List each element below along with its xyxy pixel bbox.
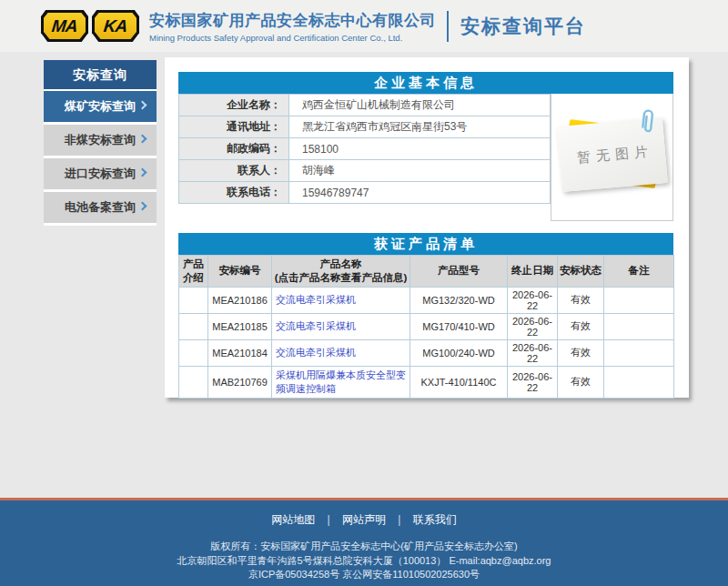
cell-name: 交流电牵引采煤机 <box>272 313 410 339</box>
page-footer: 网站地图 | 网站声明 | 联系我们 版权所有：安标国家矿用产品安全标志中心(矿… <box>0 500 728 586</box>
cell-code: MEA210186 <box>208 287 272 313</box>
cell-name: 交流电牵引采煤机 <box>272 339 410 366</box>
field-value-postcode: 158100 <box>289 138 551 160</box>
cell-end-date: 2026-06-22 <box>508 313 558 339</box>
table-row: 联系人： 胡海峰 <box>179 160 551 182</box>
footer-icp-line: 京ICP备05034258号 京公网安备11010502025630号 <box>0 568 728 582</box>
field-label-phone: 联系电话： <box>179 182 289 204</box>
logo-ma-badge-icon: MA <box>41 10 88 42</box>
top-header: MA KA 安标国家矿用产品安全标志中心有限公司 Mining Products… <box>0 0 728 52</box>
chevron-right-icon <box>138 202 147 211</box>
cell-code: MEA210184 <box>208 339 272 366</box>
product-name-link[interactable]: 交流电牵引采煤机 <box>276 320 356 331</box>
cell-status: 有效 <box>558 313 604 339</box>
table-row: 通讯地址： 黑龙江省鸡西市鸡冠区南星街53号 <box>179 116 551 138</box>
col-header-name-line1: 产品名称 <box>274 258 408 271</box>
col-header-intro: 产品介绍 <box>179 256 208 288</box>
footer-link-contact[interactable]: 联系我们 <box>413 513 457 526</box>
field-value-address: 黑龙江省鸡西市鸡冠区南星街53号 <box>289 116 551 138</box>
sidebar-item-label: 进口安标查询 <box>65 167 136 180</box>
cell-name: 交流电牵引采煤机 <box>272 287 410 313</box>
org-title-en: Mining Products Safety Approval and Cert… <box>149 33 436 43</box>
logo-ka-text: KA <box>103 16 128 36</box>
field-label-contact: 联系人： <box>179 160 289 182</box>
paperclip-icon <box>636 107 657 136</box>
footer-copyright-block: 版权所有：安标国家矿用产品安全标志中心(矿用产品安全标志办公室) 北京朝阳区和平… <box>0 540 728 582</box>
col-header-name-line2: (点击产品名称查看产品信息) <box>274 271 408 285</box>
org-title-cn: 安标国家矿用产品安全标志中心有限公司 <box>149 10 436 31</box>
table-row: MEA210186 交流电牵引采煤机 MG132/320-WD 2026-06-… <box>179 287 674 313</box>
col-header-remark: 备注 <box>604 256 674 288</box>
platform-title: 安标查询平台 <box>460 14 586 39</box>
sidebar-item-battery-query[interactable]: 电池备案查询 <box>44 192 157 223</box>
footer-link-statement[interactable]: 网站声明 <box>342 513 386 526</box>
table-header-row: 产品介绍 安标编号 产品名称 (点击产品名称查看产品信息) 产品型号 终止日期 … <box>179 256 674 288</box>
col-header-code: 安标编号 <box>208 256 272 288</box>
product-name-link[interactable]: 采煤机用隔爆兼本质安全型变频调速控制箱 <box>276 369 406 394</box>
col-header-status: 安标状态 <box>558 256 604 288</box>
product-name-link[interactable]: 交流电牵引采煤机 <box>276 294 356 305</box>
org-titles: 安标国家矿用产品安全标志中心有限公司 Mining Products Safet… <box>149 10 436 43</box>
sidebar-item-import-query[interactable]: 进口安标查询 <box>44 158 157 189</box>
cell-end-date: 2026-06-22 <box>508 366 558 398</box>
cell-name: 采煤机用隔爆兼本质安全型变频调速控制箱 <box>272 366 410 398</box>
field-value-company-name: 鸡西金恒矿山机械制造有限公司 <box>289 95 551 116</box>
cell-model: KXJT-410/1140C <box>410 366 508 398</box>
cell-status: 有效 <box>558 287 604 313</box>
table-row: 企业名称： 鸡西金恒矿山机械制造有限公司 <box>179 95 551 116</box>
footer-links: 网站地图 | 网站声明 | 联系我们 <box>0 500 728 528</box>
footer-link-sitemap[interactable]: 网站地图 <box>271 513 315 526</box>
no-image-text: 暂无图片 <box>571 143 653 167</box>
product-name-link[interactable]: 交流电牵引采煤机 <box>276 347 356 358</box>
cell-code: MEA210185 <box>208 313 272 339</box>
cell-intro <box>179 313 208 339</box>
sidebar-item-label: 电池备案查询 <box>65 200 136 214</box>
footer-address-line: 北京朝阳区和平里青年沟路5号煤科总院安科大厦（100013） E-mail:aq… <box>0 554 728 569</box>
enterprise-info-table: 企业名称： 鸡西金恒矿山机械制造有限公司 通讯地址： 黑龙江省鸡西市鸡冠区南星街… <box>178 94 551 204</box>
sidebar-item-label: 煤矿安标查询 <box>65 99 136 113</box>
table-row: 邮政编码： 158100 <box>179 138 551 160</box>
sidebar-menu: 安标查询 煤矿安标查询 非煤安标查询 进口安标查询 电池备案查询 <box>44 60 157 226</box>
col-header-end-date: 终止日期 <box>508 256 558 288</box>
cell-intro <box>179 366 208 398</box>
cell-model: MG132/320-WD <box>410 287 508 313</box>
logo-ka-badge-icon: KA <box>92 10 139 42</box>
maka-logo: MA KA <box>41 10 139 42</box>
product-list-section: 获证产品清单 产品介绍 安标编号 产品名称 (点击产品名称查看产品信息) 产品型… <box>178 233 673 399</box>
content-panel: 企业基本信息 企业名称： 鸡西金恒矿山机械制造有限公司 通讯地址： 黑龙江省鸡西… <box>165 57 689 398</box>
logo-ma-text: MA <box>51 16 78 36</box>
footer-link-separator: | <box>328 513 330 526</box>
table-row: MEA210184 交流电牵引采煤机 MG100/240-WD 2026-06-… <box>179 339 674 366</box>
footer-link-separator: | <box>398 513 400 526</box>
product-table: 产品介绍 安标编号 产品名称 (点击产品名称查看产品信息) 产品型号 终止日期 … <box>178 255 674 399</box>
chevron-right-icon <box>138 135 147 144</box>
chevron-right-icon <box>138 101 147 110</box>
cell-remark <box>604 313 674 339</box>
sidebar-item-label: 非煤安标查询 <box>65 133 136 146</box>
cell-end-date: 2026-06-22 <box>508 287 558 313</box>
col-header-model: 产品型号 <box>410 256 508 288</box>
sidebar-item-noncoal-query[interactable]: 非煤安标查询 <box>44 125 157 156</box>
company-photo-placeholder: 暂无图片 <box>551 94 673 221</box>
cell-end-date: 2026-06-22 <box>508 339 558 366</box>
field-label-company-name: 企业名称： <box>179 95 289 116</box>
cell-model: MG100/240-WD <box>410 339 508 366</box>
title-divider <box>447 11 449 42</box>
table-row: 联系电话： 15946789747 <box>179 182 551 204</box>
chevron-right-icon <box>138 168 147 177</box>
cell-remark <box>604 339 674 366</box>
field-label-address: 通讯地址： <box>179 116 289 138</box>
field-value-phone: 15946789747 <box>289 182 551 204</box>
cell-remark <box>604 287 674 313</box>
sidebar-item-coal-query[interactable]: 煤矿安标查询 <box>44 91 157 122</box>
cell-remark <box>604 366 674 398</box>
sidebar-header: 安标查询 <box>44 60 157 89</box>
cell-intro <box>179 339 208 366</box>
table-row: MAB210769 采煤机用隔爆兼本质安全型变频调速控制箱 KXJT-410/1… <box>179 366 674 398</box>
cell-model: MG170/410-WD <box>410 313 508 339</box>
product-section-title: 获证产品清单 <box>178 233 673 255</box>
cell-status: 有效 <box>558 339 604 366</box>
cell-code: MAB210769 <box>208 366 272 398</box>
cell-intro <box>179 287 208 313</box>
field-value-contact: 胡海峰 <box>289 160 551 182</box>
